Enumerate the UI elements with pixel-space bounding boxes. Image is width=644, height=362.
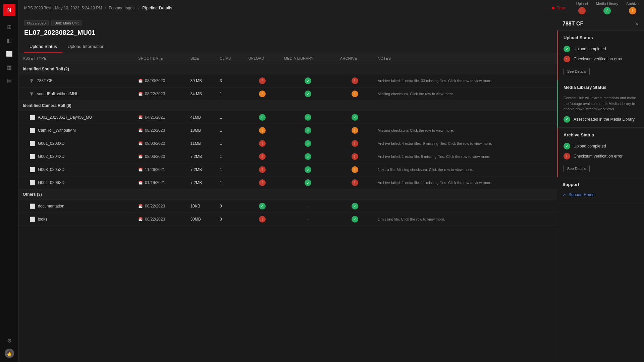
calendar-icon: 📅 — [138, 141, 143, 146]
sidebar-item-grid[interactable]: ⊞ — [4, 21, 15, 32]
table-row[interactable]: ⬜ G003_0205XD 📅 11/26/2021 7.2MB 1 ! ✓ !… — [19, 163, 557, 176]
check-green-icon: ✓ — [305, 153, 311, 160]
warn-red-icon: ! — [259, 179, 266, 186]
table-row[interactable]: ⬜ looks 📅 08/22/2023 30MB 0 ! - ✓ 1 miss… — [19, 213, 557, 226]
pipeline-upload-status: ! — [578, 7, 586, 14]
warn-red-icon: ! — [352, 153, 358, 160]
upload-error-icon: ! — [564, 56, 570, 62]
panel-upload-item-2: ! Checksum verification error — [564, 56, 639, 62]
mic-icon: 🎙 — [30, 91, 34, 97]
asset-name-text: G002_0204XD — [38, 154, 64, 159]
sidebar-item-folder[interactable]: ⬜ — [4, 48, 15, 59]
clips-cell: 1 — [216, 124, 245, 137]
status-cell: ✓ — [336, 213, 374, 226]
folder-icon: ⬜ — [30, 217, 35, 222]
pipeline-media-status: ✓ — [603, 7, 611, 14]
check-green-icon: ✓ — [259, 203, 266, 209]
asset-name-cell: ⬜ G002_0204XD — [19, 150, 134, 163]
panel-media-library-item-1: ✓ Asset created in the Media Library — [564, 116, 639, 123]
status-cell: ! — [336, 163, 374, 176]
asset-name-text: documentation — [38, 204, 64, 208]
notes-cell: 1 missing file. Click the row to view mo… — [374, 213, 557, 226]
user-avatar[interactable]: 🧑 — [5, 349, 14, 358]
panel-archive-status-title: Archive Status — [564, 132, 639, 139]
shoot-date-cell: 📅 08/03/2020 — [134, 74, 186, 87]
notes-cell: Missing checksum. Click the row to view … — [374, 87, 557, 101]
sidebar-item-chart[interactable]: ▤ — [4, 75, 15, 86]
col-media-library: Media Library — [280, 53, 336, 64]
warn-orange-icon: ! — [259, 127, 266, 134]
asset-name-cell: ⬜ A001_20230517_Day456_MU — [19, 111, 134, 124]
upload-see-details-button[interactable]: See Details — [564, 68, 590, 75]
group-label: Identified Sound Roll (2) — [19, 64, 557, 74]
shoot-date-text: 01/19/2021 — [145, 180, 165, 185]
calendar-icon: 📅 — [138, 79, 143, 83]
status-cell: ✓ — [336, 200, 374, 213]
warn-red-icon: ! — [352, 140, 358, 147]
pipeline-stage-media[interactable]: Media Library ✓ — [596, 2, 619, 14]
sidebar-item-settings[interactable]: ⚙ — [4, 335, 15, 346]
pipeline-stage-upload[interactable]: Upload ! — [576, 2, 588, 14]
content-area: 08/22/2023 Unit: Main Unit EL07_20230822… — [19, 16, 644, 362]
asset-name-text: G004_0206XD — [38, 180, 64, 185]
table-row[interactable]: 🎙 788T CF 📅 08/03/2020 39 MB 3 ! ✓ ! Arc… — [19, 74, 557, 87]
tab-upload-status[interactable]: Upload Status — [24, 41, 62, 53]
warn-red-icon: ! — [352, 179, 358, 186]
breadcrumb: MPS 2023 Test - May 10, 2023, 5:24:10 PM… — [24, 5, 549, 10]
support-home-link[interactable]: ↗ Support Home — [562, 192, 639, 197]
shoot-date-text: 08/03/2020 — [145, 78, 165, 83]
clips-cell: 1 — [216, 176, 245, 189]
warn-red-icon: ! — [259, 77, 266, 84]
table-row[interactable]: ⬜ G001_0203XD 📅 08/03/2020 11MB 1 ! ✓ ! … — [19, 137, 557, 150]
panel-header: 788T CF × — [557, 16, 644, 31]
notes-cell: Archive failed. 1 extra file. 9 missing … — [374, 150, 557, 163]
panel-close-button[interactable]: × — [635, 21, 639, 27]
status-cell: ✓ — [280, 124, 336, 137]
table-container[interactable]: Asset Type Shoot Date Size Clips Upload … — [19, 53, 557, 362]
pipeline-stage-archive[interactable]: Archive ! — [626, 2, 639, 14]
table-row[interactable]: ⬜ A001_20230517_Day456_MU 📅 04/21/2021 4… — [19, 111, 557, 124]
shoot-date-cell: 📅 08/22/2023 — [134, 200, 186, 213]
size-cell: 7.2MB — [186, 176, 216, 189]
tab-upload-info[interactable]: Upload Information — [62, 41, 110, 53]
folder-icon: ⬜ — [30, 141, 35, 146]
warn-orange-icon: ! — [352, 127, 358, 134]
breadcrumb-project[interactable]: MPS 2023 Test - May 10, 2023, 5:24:10 PM — [24, 6, 102, 10]
sidebar-item-layers[interactable]: ◧ — [4, 35, 15, 46]
error-indicator: Error — [552, 6, 566, 10]
panel-archive-item-2: ! Checksum verification error — [564, 153, 639, 160]
upload-check-icon: ✓ — [564, 46, 570, 52]
breadcrumb-sep-1: / — [105, 5, 106, 10]
asset-name-text: A001_20230517_Day456_MU — [38, 115, 92, 120]
status-cell: ! — [245, 150, 280, 163]
folder-icon: ⬜ — [30, 167, 35, 172]
shoot-date-text: 08/22/2023 — [145, 204, 165, 208]
table-row[interactable]: ⬜ G002_0204XD 📅 08/03/2020 7.2MB 1 ! ✓ !… — [19, 150, 557, 163]
shoot-date-cell: 📅 01/19/2021 — [134, 176, 186, 189]
check-green-icon: ✓ — [259, 114, 266, 121]
topbar: MPS 2023 Test - May 10, 2023, 5:24:10 PM… — [19, 0, 644, 16]
shoot-date-cell: 📅 08/22/2023 — [134, 124, 186, 137]
status-cell: ! — [336, 74, 374, 87]
folder-icon: ⬜ — [30, 115, 35, 120]
shoot-date-text: 11/26/2021 — [145, 167, 165, 172]
shoot-date-text: 08/03/2020 — [145, 154, 165, 159]
sidebar-item-film[interactable]: ▦ — [4, 62, 15, 72]
breadcrumb-ingest[interactable]: Footage Ingest — [109, 6, 136, 10]
notes-cell: Archive failed. 4 extra files. 9 missing… — [374, 137, 557, 150]
warn-red-icon: ! — [259, 153, 266, 160]
table-row[interactable]: ⬜ documentation 📅 08/22/2023 10KB 0 ✓ - … — [19, 200, 557, 213]
archive-checksum-label: Checksum verification error — [574, 154, 623, 159]
col-clips: Clips — [216, 53, 245, 64]
archive-see-details-button[interactable]: See Details — [564, 165, 590, 172]
size-cell: 30MB — [186, 213, 216, 226]
warn-red-icon: ! — [259, 216, 266, 223]
table-row[interactable]: ⬜ CamRoll_WithoutMhl 📅 08/22/2023 18MB 1… — [19, 124, 557, 137]
group-label: Others (3) — [19, 189, 557, 200]
error-dot-icon — [552, 7, 554, 9]
table-row[interactable]: 🎙 soundRoll_withoutMHL 📅 08/22/2023 34 M… — [19, 87, 557, 101]
external-link-icon: ↗ — [562, 192, 566, 197]
table-row[interactable]: ⬜ G004_0206XD 📅 01/19/2021 7.2MB 1 ! ✓ !… — [19, 176, 557, 189]
shoot-date-text: 08/22/2023 — [145, 217, 165, 222]
status-cell: ! — [336, 87, 374, 101]
